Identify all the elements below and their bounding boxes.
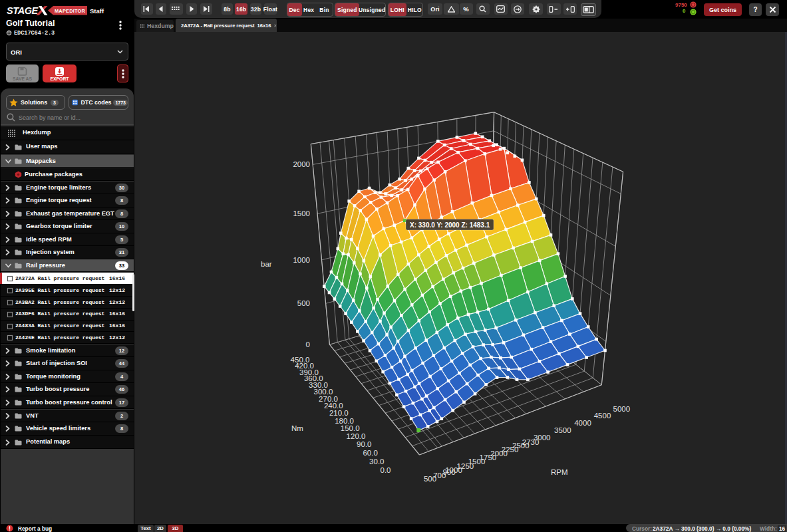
svg-text:3000: 3000 <box>534 434 551 442</box>
svg-text:4000: 4000 <box>574 419 591 427</box>
svg-text:90.0: 90.0 <box>357 440 371 448</box>
svg-text:4500: 4500 <box>594 412 611 420</box>
svg-text:240.0: 240.0 <box>324 402 343 410</box>
svg-text:500: 500 <box>297 299 310 307</box>
svg-text:180.0: 180.0 <box>335 417 354 425</box>
svg-text:RPM: RPM <box>551 468 568 476</box>
svg-text:0.0: 0.0 <box>381 466 391 474</box>
svg-text:STAGE: STAGE <box>7 5 39 16</box>
svg-text:3500: 3500 <box>554 426 571 434</box>
svg-text:120.0: 120.0 <box>347 432 366 440</box>
svg-text:150.0: 150.0 <box>341 424 360 432</box>
svg-text:30.0: 30.0 <box>369 458 384 466</box>
svg-text:450.0: 450.0 <box>291 356 310 364</box>
svg-text:210.0: 210.0 <box>329 409 349 417</box>
svg-text:5000: 5000 <box>613 405 631 413</box>
svg-text:0: 0 <box>306 340 310 348</box>
svg-text:bar: bar <box>261 260 272 268</box>
svg-text:1000: 1000 <box>293 256 310 264</box>
svg-text:270.0: 270.0 <box>319 395 338 403</box>
svg-text:X: 330.0 Y: 2000 Z: 1483.1: X: 330.0 Y: 2000 Z: 1483.1 <box>410 221 490 229</box>
svg-text:Nm: Nm <box>291 424 303 432</box>
svg-text:1500: 1500 <box>293 209 310 217</box>
svg-text:2000: 2000 <box>293 160 310 168</box>
svg-text:60.0: 60.0 <box>363 449 377 457</box>
svg-text:MAPEDITOR: MAPEDITOR <box>55 8 85 14</box>
